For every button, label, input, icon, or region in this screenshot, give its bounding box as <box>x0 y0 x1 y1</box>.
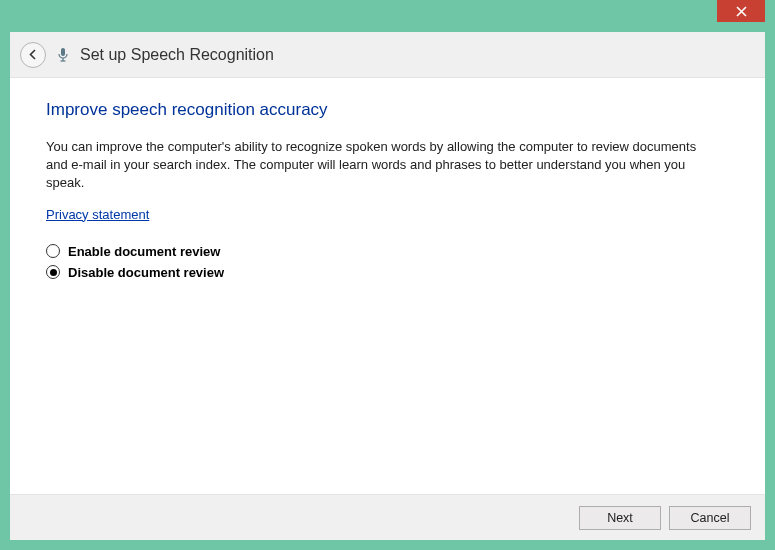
page-description: You can improve the computer's ability t… <box>46 138 706 193</box>
radio-label: Disable document review <box>68 265 224 280</box>
wizard-header: Set up Speech Recognition <box>10 32 765 78</box>
radio-enable-review[interactable]: Enable document review <box>46 244 729 259</box>
next-button[interactable]: Next <box>579 506 661 530</box>
window-titlebar <box>0 0 775 32</box>
microphone-icon <box>56 46 70 64</box>
privacy-link[interactable]: Privacy statement <box>46 207 149 222</box>
page-heading: Improve speech recognition accuracy <box>46 100 729 120</box>
wizard-frame: Set up Speech Recognition Improve speech… <box>10 32 765 540</box>
close-icon <box>736 6 747 17</box>
radio-icon <box>46 265 60 279</box>
close-button[interactable] <box>717 0 765 22</box>
wizard-title: Set up Speech Recognition <box>80 46 274 64</box>
radio-disable-review[interactable]: Disable document review <box>46 265 729 280</box>
svg-rect-0 <box>61 48 65 56</box>
wizard-content: Improve speech recognition accuracy You … <box>24 78 751 494</box>
radio-icon <box>46 244 60 258</box>
wizard-footer: Next Cancel <box>10 494 765 540</box>
cancel-button[interactable]: Cancel <box>669 506 751 530</box>
radio-label: Enable document review <box>68 244 220 259</box>
wizard-window: Set up Speech Recognition Improve speech… <box>0 0 775 550</box>
back-button[interactable] <box>20 42 46 68</box>
arrow-left-icon <box>27 48 40 61</box>
